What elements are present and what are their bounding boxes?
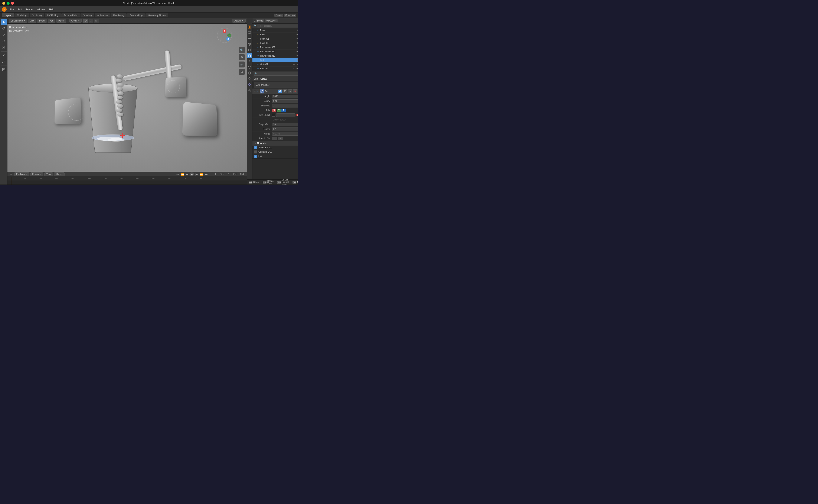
outliner-item-vert[interactable]: ▽ Vert ✏ 👁 📷: [253, 58, 298, 62]
object-data-icon[interactable]: [247, 76, 252, 81]
rc012-visibility-btn[interactable]: 👁: [296, 54, 298, 57]
scene-props-icon[interactable]: [247, 42, 252, 47]
outliner-item-vert001[interactable]: ▽ Vert.001 ✏ 👁 📷: [253, 62, 298, 67]
outliner-item-point002[interactable]: ● Point.002 👁 📷: [253, 41, 298, 45]
scene-select-btn[interactable]: Scene: [256, 19, 264, 22]
next-keyframe-btn[interactable]: ▶: [195, 173, 198, 176]
view-layer-selector[interactable]: ViewLayer: [284, 14, 296, 17]
object-menu[interactable]: Object: [56, 19, 66, 23]
merge-field[interactable]: 0.01 m: [272, 132, 298, 136]
tab-shading[interactable]: Shading: [80, 13, 94, 17]
object-mode-dropdown[interactable]: Object Mode ▼: [9, 19, 27, 23]
timeline-icon[interactable]: ⏱: [9, 172, 13, 176]
gizmo-circle[interactable]: Z Y X z: [217, 28, 232, 43]
outliner-item-roundcube010[interactable]: ▽ Roundcube.010 👁 📷: [253, 50, 298, 54]
viewport-options-btn[interactable]: Options ▼: [232, 19, 246, 23]
grid-btn[interactable]: ⊞: [239, 69, 245, 75]
tab-layout[interactable]: Layout: [2, 13, 14, 17]
axis-x-btn[interactable]: X: [272, 109, 276, 112]
tool-move[interactable]: [1, 32, 7, 38]
modifier-close-btn[interactable]: ✕: [293, 89, 297, 93]
render-props-icon[interactable]: [247, 24, 252, 30]
add-menu[interactable]: Add: [48, 19, 55, 23]
render-steps-field[interactable]: 22: [272, 127, 298, 131]
vert-visibility-btn[interactable]: 👁: [296, 59, 298, 62]
filter-icon[interactable]: ☰: [254, 20, 256, 22]
outliner-item-point[interactable]: ● Point 👁 📷: [253, 33, 298, 37]
tool-rotate[interactable]: [1, 38, 7, 44]
navigation-gizmo[interactable]: Z Y X z: [217, 28, 232, 43]
snap-btn[interactable]: ⦿: [89, 19, 93, 23]
move-view-btn[interactable]: ✥: [239, 54, 245, 60]
viewport-canvas[interactable]: User Perspective (1) Collection | Vert Z…: [7, 24, 247, 172]
angle-field[interactable]: 360°: [272, 95, 298, 98]
tab-sculpting[interactable]: Sculpting: [30, 13, 44, 17]
physics-icon[interactable]: [247, 70, 252, 76]
outliner-item-bubbles[interactable]: ▽ Bubbles Ψ 👁 📷: [253, 67, 298, 71]
shader-icon[interactable]: [247, 88, 252, 93]
vert-pen-btn[interactable]: ✏: [293, 59, 296, 62]
playback-dropdown[interactable]: Playback ▼: [14, 172, 29, 176]
outliner-item-roundcube009[interactable]: ▽ Roundcube.009 👁 📷: [253, 45, 298, 50]
screw-field[interactable]: 0 m: [272, 99, 298, 103]
vert001-visibility-btn[interactable]: 👁: [296, 63, 298, 66]
stretch-u-btn[interactable]: U: [272, 137, 277, 140]
play-btn[interactable]: ▶: [190, 172, 194, 176]
rc010-visibility-btn[interactable]: 👁: [296, 50, 298, 53]
normals-section-header[interactable]: ▼ Normals: [253, 141, 298, 146]
axis-z-btn[interactable]: Z: [282, 109, 286, 112]
add-modifier-button[interactable]: Add Modifier ▼: [254, 82, 298, 88]
current-frame-display[interactable]: 1: [212, 172, 219, 176]
modifier-props-icon[interactable]: [247, 59, 252, 64]
outliner-item-plane[interactable]: ▽ Plane 👁 📷: [253, 28, 298, 33]
tab-modeling[interactable]: Modeling: [14, 13, 29, 17]
modifier-realtime-btn[interactable]: [278, 89, 283, 93]
gizmo-z-neg[interactable]: z: [219, 38, 223, 42]
rc009-visibility-btn[interactable]: 👁: [296, 46, 298, 49]
tab-rendering[interactable]: Rendering: [110, 13, 126, 17]
jump-end-btn[interactable]: ⏭: [205, 173, 208, 176]
gizmo-y-right[interactable]: Y: [227, 33, 231, 37]
timeline-view-dropdown[interactable]: View: [44, 172, 53, 176]
point002-visibility-btn[interactable]: 👁: [296, 42, 298, 45]
bubbles-visibility-btn[interactable]: 👁: [296, 67, 298, 70]
view-menu[interactable]: View: [28, 19, 36, 23]
tool-cursor[interactable]: [1, 25, 7, 31]
next-frame-btn[interactable]: ⏩: [199, 173, 203, 176]
outliner-search-input[interactable]: [258, 24, 298, 28]
axis-object-picker-icon[interactable]: 🎯: [296, 114, 298, 116]
menu-render[interactable]: Render: [24, 7, 35, 11]
axis-y-btn[interactable]: Y: [277, 109, 281, 112]
iterations-field[interactable]: 1: [272, 104, 298, 107]
maximize-btn[interactable]: [7, 2, 10, 5]
tool-object-add[interactable]: [1, 67, 7, 73]
calculate-order-checkbox[interactable]: [254, 150, 257, 153]
select-menu[interactable]: Select: [37, 19, 47, 23]
start-frame-field[interactable]: 1: [226, 172, 232, 176]
view-layer-props-icon[interactable]: [247, 36, 252, 41]
marker-dropdown[interactable]: Marker: [54, 172, 64, 176]
output-props-icon[interactable]: [247, 30, 252, 35]
material-icon[interactable]: [247, 82, 252, 87]
tool-scale[interactable]: [1, 44, 7, 50]
scene-selector[interactable]: Scene: [274, 14, 283, 17]
view-layer-select-btn[interactable]: ViewLayer: [265, 19, 278, 22]
modifier-expand-icon[interactable]: ▼: [254, 90, 256, 93]
menu-file[interactable]: File: [8, 7, 16, 11]
steps-view-field[interactable]: 28: [272, 123, 298, 126]
menu-edit[interactable]: Edit: [16, 7, 23, 11]
close-btn[interactable]: [11, 2, 14, 5]
bubbles-extra-btn[interactable]: Ψ: [293, 67, 296, 70]
vert001-pen-btn[interactable]: ✏: [293, 63, 296, 66]
plane-visibility-btn[interactable]: 👁: [296, 29, 298, 32]
tab-uv-editing[interactable]: UV Editing: [45, 13, 61, 17]
tool-select[interactable]: [1, 19, 7, 25]
tab-geometry-nodes[interactable]: Geometry Nodes: [145, 13, 168, 17]
menu-window[interactable]: Window: [35, 7, 47, 11]
tab-animation[interactable]: Animation: [95, 13, 110, 17]
minimize-btn[interactable]: [2, 2, 5, 5]
gizmo-z-top[interactable]: Z: [223, 29, 227, 33]
outliner-item-point001[interactable]: ● Point.001 👁 📷: [253, 37, 298, 41]
proportional-edit-btn[interactable]: ⊙: [83, 19, 88, 23]
keying-dropdown[interactable]: Keying ▼: [30, 172, 43, 176]
